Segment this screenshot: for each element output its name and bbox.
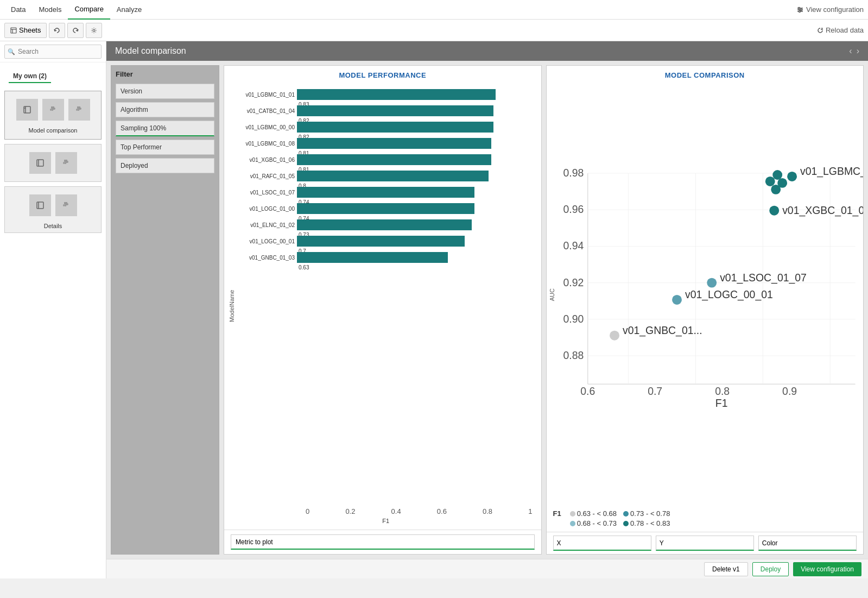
legend-item-1: 0.63 - < 0.68: [570, 509, 617, 518]
svg-text:0.96: 0.96: [563, 203, 584, 215]
card-icon-puzzle4: [55, 194, 77, 216]
y-axis-label: ModelName: [229, 85, 235, 527]
filter-deployed[interactable]: Deployed: [116, 158, 214, 173]
y-axis-input-wrap: [656, 536, 754, 551]
svg-point-9: [93, 29, 95, 32]
bar[interactable]: [297, 122, 493, 133]
nav-analyze[interactable]: Analyze: [110, 0, 148, 20]
scatter-point: [771, 185, 781, 194]
deploy-button[interactable]: Deploy: [752, 562, 789, 576]
card-icon-export2: [29, 152, 51, 174]
nav-compare[interactable]: Compare: [68, 0, 110, 20]
sidebar-card-model-comparison[interactable]: Model comparison: [4, 91, 102, 140]
sidebar-card-details[interactable]: Details: [4, 186, 102, 233]
svg-text:0.6: 0.6: [580, 385, 595, 397]
bar[interactable]: [297, 187, 474, 198]
metric-input[interactable]: [231, 534, 535, 550]
color-axis-input[interactable]: [758, 536, 857, 551]
scatter-y-label: AUC: [549, 288, 555, 301]
model-comparison-title: MODEL COMPARISON: [547, 66, 864, 83]
scatter-point: [707, 278, 717, 288]
next-page-btn[interactable]: ›: [857, 46, 859, 56]
bar-container: 0.7: [297, 236, 537, 247]
legend-title: F1: [553, 509, 561, 518]
scatter-point: [772, 170, 782, 180]
filter-sampling[interactable]: Sampling 100%: [116, 121, 214, 136]
nav-models[interactable]: Models: [32, 0, 68, 20]
bar-row: v01_ELNC_01_020.73: [235, 217, 537, 232]
reload-data-btn[interactable]: Reload data: [817, 26, 864, 34]
sidebar: 🔍 My own (2): [0, 41, 106, 578]
bar[interactable]: [297, 203, 474, 214]
bar-value: 0.63: [299, 265, 309, 270]
bar-container: 0.8: [297, 171, 537, 181]
filter-title: Filter: [116, 70, 214, 78]
bar[interactable]: [297, 236, 465, 247]
search-icon: 🔍: [8, 48, 15, 55]
filter-top-performer[interactable]: Top Performer: [116, 140, 214, 155]
main-layout: 🔍 My own (2): [0, 41, 868, 578]
prev-page-btn[interactable]: ‹: [849, 46, 852, 56]
x-tick: 1: [528, 507, 532, 515]
bottom-bar: Delete v1 Deploy View configuration: [106, 559, 868, 578]
card-label-comparison: Model comparison: [7, 126, 99, 135]
bar[interactable]: [297, 252, 448, 263]
sidebar-card-2[interactable]: [4, 144, 102, 182]
bar-model-label: v01_LOGC_01_00: [235, 206, 295, 212]
svg-text:v01_LSOC_01_07: v01_LSOC_01_07: [720, 272, 807, 284]
sheets-label: Sheets: [19, 26, 41, 34]
svg-text:0.88: 0.88: [563, 349, 584, 361]
svg-text:0.8: 0.8: [715, 385, 730, 397]
charts-area: MODEL PERFORMANCE ModelName v01_LGBMC_01…: [224, 65, 864, 555]
svg-text:0.92: 0.92: [563, 276, 584, 288]
bar-model-label: v01_GNBC_01_03: [235, 255, 295, 261]
axis-inputs: [547, 532, 864, 554]
sheets-button[interactable]: Sheets: [4, 23, 47, 38]
card-icon-puzzle1: [42, 99, 64, 121]
nav-data[interactable]: Data: [4, 0, 32, 20]
sidebar-section-label: My own (2): [9, 68, 51, 83]
card-icon-puzzle3: [55, 152, 77, 174]
bar-row: v01_RAFC_01_050.8: [235, 168, 537, 184]
filter-version[interactable]: Version: [116, 84, 214, 99]
bar[interactable]: [297, 154, 491, 165]
bar-model-label: v01_LOGC_00_01: [235, 238, 295, 244]
page-header-nav: ‹ ›: [849, 46, 859, 56]
x-tick: 0.2: [345, 507, 355, 515]
x-axis-label: F1: [235, 517, 537, 527]
redo-button[interactable]: [67, 23, 84, 38]
bar[interactable]: [297, 138, 491, 149]
legend-dot-1: [570, 511, 575, 517]
bar-container: 0.81: [297, 154, 537, 165]
legend-label-3: 0.73 - < 0.78: [630, 509, 670, 518]
search-input[interactable]: [4, 45, 102, 59]
card-label-details: Details: [7, 222, 99, 230]
svg-text:v01_GNBC_01...: v01_GNBC_01...: [622, 324, 702, 337]
x-tick: 0.8: [483, 507, 492, 515]
legend-label-2: 0.68 - < 0.73: [577, 519, 617, 527]
undo-button[interactable]: [49, 23, 65, 38]
bar-container: 0.74: [297, 203, 537, 214]
view-configuration-btn[interactable]: View configuration: [796, 5, 864, 14]
x-axis-input[interactable]: [553, 536, 651, 551]
y-axis-input[interactable]: [656, 536, 754, 551]
bar-row: v01_XGBC_01_060.81: [235, 152, 537, 167]
bar[interactable]: [297, 171, 489, 181]
svg-rect-6: [11, 28, 16, 33]
scatter-point: [765, 177, 775, 186]
svg-rect-15: [37, 202, 43, 209]
bar-row: v01_LGBMC_01_010.83: [235, 87, 537, 102]
settings-button[interactable]: [86, 23, 102, 38]
bar-container: 0.82: [297, 105, 537, 116]
legend-item-3: 0.68 - < 0.73: [570, 519, 617, 527]
view-config-bottom-btn[interactable]: View configuration: [793, 562, 861, 576]
filter-algorithm[interactable]: Algorithm: [116, 102, 214, 117]
legend-label-4: 0.78 - < 0.83: [630, 519, 670, 527]
bar[interactable]: [297, 105, 493, 116]
bar[interactable]: [297, 219, 472, 230]
bar-row: v01_LOGC_00_010.7: [235, 234, 537, 249]
scatter-point: [769, 206, 779, 216]
model-performance-title: MODEL PERFORMANCE: [224, 66, 541, 83]
bar[interactable]: [297, 89, 496, 100]
delete-button[interactable]: Delete v1: [704, 562, 748, 576]
